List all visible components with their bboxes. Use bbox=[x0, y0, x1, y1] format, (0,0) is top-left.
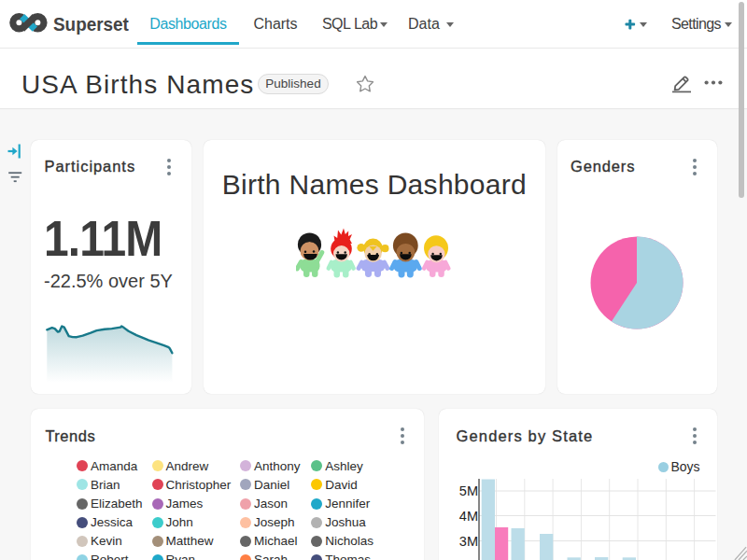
svg-text:4M: 4M bbox=[458, 509, 477, 524]
svg-text:3M: 3M bbox=[458, 534, 477, 549]
svg-text:5M: 5M bbox=[458, 483, 477, 498]
